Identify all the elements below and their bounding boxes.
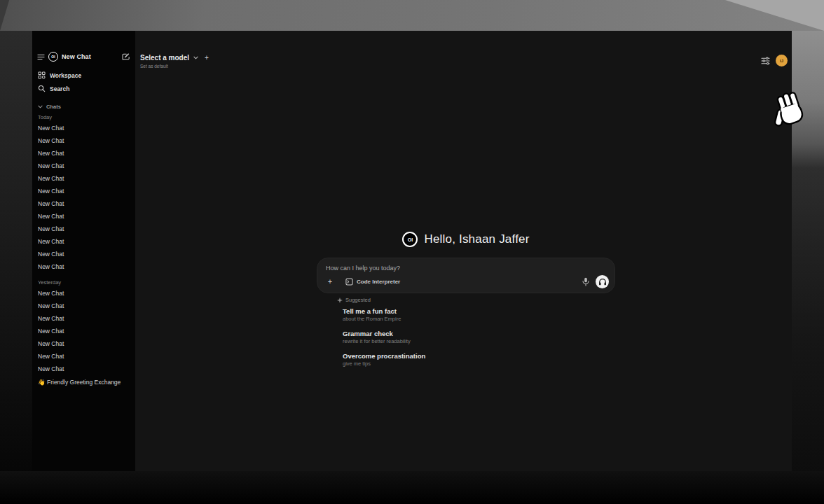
sidebar: OI New Chat Wo bbox=[32, 31, 135, 471]
suggestion-title: Grammar check bbox=[343, 329, 609, 338]
suggested-label: Suggested bbox=[345, 297, 371, 303]
header-actions: IJ bbox=[761, 55, 788, 66]
suggested-header: Suggested bbox=[337, 297, 371, 303]
chevron-down-icon bbox=[38, 105, 43, 108]
suggestion-title: Tell me a fun fact bbox=[343, 307, 609, 316]
model-selector-label: Select a model bbox=[140, 54, 189, 62]
chat-item[interactable]: New Chat bbox=[32, 260, 135, 273]
sidebar-title: New Chat bbox=[62, 53, 118, 60]
suggestion-subtitle: about the Roman Empire bbox=[343, 316, 609, 323]
sidebar-item-search[interactable]: Search bbox=[32, 82, 135, 95]
welcome-panel: OI Hello, Ishaan Jaffer How can I help y… bbox=[317, 227, 615, 248]
suggestion-title: Overcome procrastination bbox=[343, 351, 609, 360]
controls-button[interactable] bbox=[761, 57, 770, 65]
chat-item[interactable]: New Chat bbox=[32, 248, 135, 260]
sparkle-icon bbox=[337, 298, 343, 303]
app-logo-icon: OI bbox=[402, 232, 418, 247]
suggestion-item[interactable]: Overcome procrastinationgive me tips bbox=[343, 351, 609, 368]
chats-section-toggle[interactable]: Chats bbox=[32, 102, 135, 111]
composer-actions bbox=[582, 275, 609, 288]
chat-item[interactable]: New Chat bbox=[32, 337, 135, 350]
pencil-icon bbox=[121, 52, 130, 61]
chats-section-label: Chats bbox=[46, 104, 61, 110]
chat-item[interactable]: New Chat bbox=[32, 210, 135, 223]
desktop: OI New Chat Wo bbox=[0, 0, 824, 504]
chat-item[interactable]: New Chat bbox=[32, 172, 135, 185]
sidebar-toggle-button[interactable] bbox=[37, 54, 45, 60]
add-model-button[interactable]: + bbox=[205, 54, 209, 62]
sidebar-item-workspace[interactable]: Workspace bbox=[32, 69, 135, 82]
voice-call-button[interactable] bbox=[596, 275, 609, 288]
attach-button[interactable]: + bbox=[324, 276, 336, 287]
chat-item[interactable]: New Chat bbox=[32, 122, 135, 134]
new-chat-button[interactable] bbox=[121, 52, 130, 61]
sliders-icon bbox=[761, 57, 770, 65]
app-window: OI New Chat Wo bbox=[32, 31, 792, 471]
greeting-row: OI Hello, Ishaan Jaffer bbox=[317, 231, 615, 248]
terminal-icon bbox=[345, 278, 353, 286]
suggestion-item[interactable]: Grammar checkrewrite it for better reada… bbox=[343, 329, 609, 345]
suggestion-subtitle: give me tips bbox=[343, 360, 609, 368]
chat-item[interactable]: New Chat bbox=[32, 363, 135, 375]
code-interpreter-label: Code Interpreter bbox=[357, 279, 400, 285]
chat-item[interactable]: New Chat bbox=[32, 235, 135, 248]
model-selector-block: Select a model + Set as default bbox=[140, 54, 209, 69]
sidebar-header: OI New Chat bbox=[37, 50, 130, 63]
microphone-icon bbox=[582, 277, 589, 286]
chat-item[interactable]: New Chat bbox=[32, 160, 135, 172]
chat-list: TodayNew ChatNew ChatNew ChatNew ChatNew… bbox=[32, 113, 135, 388]
user-avatar[interactable]: IJ bbox=[776, 55, 788, 66]
search-icon bbox=[38, 85, 46, 92]
chat-item[interactable]: New Chat bbox=[32, 147, 135, 160]
sidebar-item-label: Workspace bbox=[50, 72, 81, 79]
suggestions-list: Tell me a fun factabout the Roman Empire… bbox=[343, 307, 609, 374]
chat-item[interactable]: New Chat bbox=[32, 300, 135, 312]
chat-group-label: Today bbox=[32, 113, 135, 122]
main-area: Select a model + Set as default bbox=[135, 31, 792, 471]
wallpaper-bottom bbox=[0, 471, 824, 504]
suggestion-item[interactable]: Tell me a fun factabout the Roman Empire bbox=[343, 307, 609, 323]
model-selector[interactable]: Select a model + bbox=[140, 54, 209, 62]
chat-item[interactable]: New Chat bbox=[32, 287, 135, 300]
chat-item[interactable]: New Chat bbox=[32, 185, 135, 197]
chat-item[interactable]: New Chat bbox=[32, 312, 135, 325]
chat-item[interactable]: New Chat bbox=[32, 350, 135, 363]
sidebar-item-label: Search bbox=[50, 85, 69, 92]
app-logo-icon: OI bbox=[48, 52, 58, 62]
wallpaper-top-band bbox=[0, 0, 824, 31]
chat-group-label: Yesterday bbox=[32, 279, 135, 287]
chat-item[interactable]: New Chat bbox=[32, 325, 135, 337]
chevron-down-icon bbox=[193, 56, 198, 59]
headphones-icon bbox=[598, 278, 607, 286]
suggestion-subtitle: rewrite it for better readability bbox=[343, 338, 609, 345]
voice-input-button[interactable] bbox=[582, 277, 589, 286]
workspace-icon bbox=[38, 71, 46, 79]
greeting-text: Hello, Ishaan Jaffer bbox=[424, 232, 529, 246]
chat-item-named[interactable]: 👋 Friendly Greeting Exchange bbox=[32, 376, 135, 388]
message-composer: How can I help you today? + Code Interpr… bbox=[317, 258, 615, 293]
chat-item[interactable]: New Chat bbox=[32, 197, 135, 210]
set-as-default-button[interactable]: Set as default bbox=[140, 64, 209, 69]
message-input[interactable]: How can I help you today? bbox=[326, 265, 606, 272]
hamburger-icon bbox=[37, 54, 45, 60]
wallpaper-left bbox=[0, 31, 32, 504]
code-interpreter-toggle[interactable]: Code Interpreter bbox=[345, 278, 400, 286]
chat-item[interactable]: New Chat bbox=[32, 134, 135, 147]
composer-toolbar: + Code Interpreter bbox=[324, 274, 609, 288]
sidebar-nav: Workspace Search bbox=[32, 69, 135, 95]
chat-item[interactable]: New Chat bbox=[32, 223, 135, 235]
wallpaper-right bbox=[792, 31, 824, 504]
